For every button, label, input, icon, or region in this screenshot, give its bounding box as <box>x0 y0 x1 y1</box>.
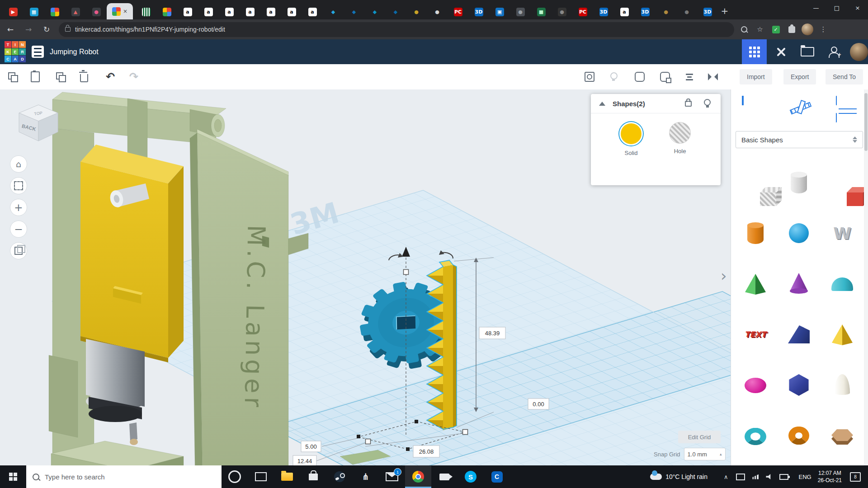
fit-view-button[interactable] <box>10 177 27 194</box>
design-list-icon[interactable] <box>32 46 44 58</box>
edit-grid-button[interactable]: Edit Grid <box>678 431 721 443</box>
share-button[interactable]: + <box>821 39 846 64</box>
browser-tab[interactable]: ▶ <box>3 4 24 19</box>
ruler-tool-button[interactable] <box>789 97 812 117</box>
browser-tab[interactable]: a <box>219 4 240 19</box>
tools-button[interactable] <box>769 39 793 64</box>
copy-button[interactable] <box>5 69 21 85</box>
align-button[interactable] <box>681 69 698 85</box>
servo-motor-model[interactable] <box>80 145 184 445</box>
hide-button[interactable] <box>606 69 622 85</box>
paste-button[interactable] <box>27 69 43 85</box>
hole-swatch[interactable] <box>669 122 691 144</box>
app-store[interactable] <box>300 465 326 488</box>
language-indicator[interactable]: ENG <box>798 474 811 480</box>
app-skype[interactable]: S <box>458 465 484 488</box>
tinkercad-logo[interactable]: T I N K E R C A D <box>5 41 26 62</box>
shape-tile[interactable] <box>777 360 821 410</box>
sidebar-collapse-chevron[interactable]: › <box>721 267 727 285</box>
network-tray-icon[interactable] <box>752 474 759 479</box>
group-button[interactable] <box>632 69 648 85</box>
ungroup-button[interactable] <box>657 69 673 85</box>
shape-tile[interactable] <box>821 258 864 309</box>
minimize-button[interactable]: — <box>806 0 826 15</box>
browser-tab[interactable]: PC <box>448 4 468 19</box>
dim-26-label[interactable]: 26.08 <box>413 446 439 457</box>
undo-button[interactable]: ↶ <box>102 69 118 85</box>
collapse-panel-icon[interactable] <box>599 102 605 106</box>
hole-option[interactable]: Hole <box>662 122 698 155</box>
browser-tab[interactable]: ◆ <box>344 4 364 19</box>
shape-category-dropdown[interactable]: Basic Shapes <box>736 131 863 148</box>
library-button[interactable] <box>795 39 820 64</box>
shape-tile[interactable] <box>777 410 821 461</box>
app-camera[interactable] <box>431 465 458 488</box>
shape-tile[interactable] <box>821 360 864 410</box>
home-view-button[interactable]: ⌂ <box>10 155 27 173</box>
browser-tab[interactable]: a <box>614 4 635 19</box>
mirror-button[interactable] <box>705 69 721 85</box>
hide-bulb-icon[interactable] <box>704 99 711 106</box>
zoom-icon[interactable] <box>738 23 750 35</box>
snap-grid-dropdown[interactable]: 1.0 mm▴ <box>684 448 726 460</box>
edit-mode-grid-button[interactable] <box>742 39 767 64</box>
app-task-view[interactable] <box>248 465 274 488</box>
taskbar-search[interactable]: Type here to search <box>26 465 222 488</box>
url-text[interactable]: tinkercad.com/things/hn1PNfi2P4Y-jumping… <box>75 26 225 33</box>
browser-tab[interactable]: a <box>240 4 260 19</box>
action-center-icon[interactable]: 8 <box>850 472 861 482</box>
shape-tile[interactable] <box>734 410 777 461</box>
shape-tile[interactable] <box>777 157 821 208</box>
dim-5-label[interactable]: 5.00 <box>301 441 321 452</box>
account-avatar[interactable] <box>846 39 868 64</box>
app-game[interactable]: ⋔ <box>353 465 379 488</box>
dim-z-label[interactable]: 0.00 <box>528 399 549 409</box>
browser-tab[interactable]: ▦ <box>24 4 44 19</box>
browser-tab[interactable]: 3D <box>468 4 489 19</box>
browser-tab[interactable]: a <box>281 4 302 19</box>
close-button[interactable]: × <box>847 0 868 15</box>
design-title[interactable]: Jumping Robot <box>50 39 99 64</box>
browser-tab[interactable]: ● <box>406 4 427 19</box>
app-c[interactable]: C <box>484 465 510 488</box>
taskbar-clock[interactable]: 12:07 AM 26-Oct-21 <box>818 469 842 484</box>
browser-tab[interactable] <box>44 4 65 19</box>
perspective-toggle-button[interactable] <box>10 242 27 259</box>
zoom-in-button[interactable]: + <box>10 199 27 216</box>
shape-tile[interactable] <box>821 410 864 461</box>
volume-tray-icon[interactable] <box>766 474 772 479</box>
browser-tab[interactable]: ◆ <box>323 4 344 19</box>
delete-button[interactable] <box>76 69 92 85</box>
view-cube[interactable]: TOP BACK <box>14 102 63 144</box>
dim-height-label[interactable]: 48.39 <box>479 327 505 339</box>
tab-close-icon[interactable]: × <box>123 8 127 14</box>
weather-label[interactable]: 10°C Light rain <box>665 473 708 480</box>
export-button[interactable]: Export <box>783 69 816 84</box>
sidebar-scrollbar[interactable] <box>864 89 868 465</box>
browser-tab[interactable]: ● <box>427 4 448 19</box>
browser-tab[interactable] <box>136 4 156 19</box>
browser-tab[interactable]: ▲ <box>65 4 86 19</box>
browser-menu-icon[interactable]: ⋮ <box>817 23 829 35</box>
reload-button[interactable]: ↻ <box>39 22 54 37</box>
solid-option[interactable]: Solid <box>613 122 649 156</box>
send-to-button[interactable]: Send To <box>826 69 863 84</box>
browser-tab[interactable]: a <box>302 4 323 19</box>
solid-swatch[interactable] <box>619 122 643 145</box>
shape-tile[interactable] <box>734 157 777 208</box>
shape-tile[interactable]: TEXT <box>734 309 777 360</box>
app-mail[interactable]: 1 <box>379 465 405 488</box>
address-bar[interactable]: tinkercad.com/things/hn1PNfi2P4Y-jumping… <box>59 22 734 37</box>
display-tray-icon[interactable] <box>736 474 745 480</box>
redo-button[interactable]: ↷ <box>126 69 142 85</box>
browser-tab[interactable]: ● <box>86 4 107 19</box>
shape-tile[interactable] <box>734 208 777 258</box>
browser-tab[interactable]: 3D <box>635 4 656 19</box>
scrollbar-thumb[interactable] <box>864 93 868 151</box>
profile-avatar[interactable] <box>802 23 813 35</box>
browser-tab[interactable]: 3D <box>593 4 614 19</box>
shape-tile[interactable]: W <box>821 208 864 258</box>
shape-tile[interactable] <box>777 258 821 309</box>
show-all-button[interactable] <box>581 69 598 85</box>
browser-tab[interactable]: ● <box>656 4 676 19</box>
